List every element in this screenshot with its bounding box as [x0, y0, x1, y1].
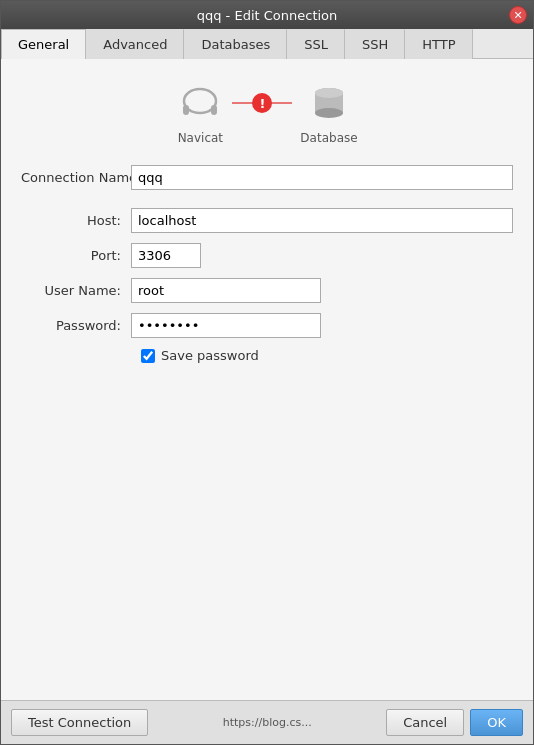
save-password-row: Save password [21, 348, 513, 363]
password-input[interactable] [131, 313, 321, 338]
connection-diagram: Navicat ! Database [1, 59, 533, 155]
content-spacer [1, 373, 533, 700]
database-diagram-item: Database [300, 79, 357, 145]
test-connection-button[interactable]: Test Connection [11, 709, 148, 736]
tab-general[interactable]: General [1, 29, 86, 59]
form-area: Connection Name: Host: Port: User Name: [1, 155, 533, 373]
tab-ssl[interactable]: SSL [287, 29, 345, 59]
navicat-label: Navicat [178, 131, 223, 145]
tab-databases[interactable]: Databases [184, 29, 287, 59]
port-input[interactable] [131, 243, 201, 268]
svg-rect-2 [211, 105, 217, 115]
password-label: Password: [21, 318, 131, 333]
svg-point-5 [315, 108, 343, 118]
navicat-icon [176, 79, 224, 127]
bottom-bar: Test Connection https://blog.cs... Cance… [1, 700, 533, 744]
tab-http[interactable]: HTTP [405, 29, 472, 59]
connector: ! [232, 102, 292, 104]
host-input[interactable] [131, 208, 513, 233]
window-title: qqq - Edit Connection [1, 8, 533, 23]
close-button[interactable]: ✕ [509, 6, 527, 24]
database-icon [305, 79, 353, 127]
database-label: Database [300, 131, 357, 145]
tabs-bar: General Advanced Databases SSL SSH HTTP [1, 29, 533, 59]
password-row: Password: [21, 313, 513, 338]
username-label: User Name: [21, 283, 131, 298]
port-label: Port: [21, 248, 131, 263]
main-window: qqq - Edit Connection ✕ General Advanced… [0, 0, 534, 745]
port-row: Port: [21, 243, 513, 268]
connection-name-row: Connection Name: [21, 165, 513, 190]
save-password-label[interactable]: Save password [161, 348, 259, 363]
tab-ssh[interactable]: SSH [345, 29, 405, 59]
ok-button[interactable]: OK [470, 709, 523, 736]
svg-point-6 [315, 88, 343, 98]
host-row: Host: [21, 208, 513, 233]
connection-name-input[interactable] [131, 165, 513, 190]
navicat-diagram-item: Navicat [176, 79, 224, 145]
svg-rect-1 [183, 105, 189, 115]
username-input[interactable] [131, 278, 321, 303]
connection-name-label: Connection Name: [21, 170, 131, 185]
host-label: Host: [21, 213, 131, 228]
tab-advanced[interactable]: Advanced [86, 29, 184, 59]
tab-content: Navicat ! Database [1, 59, 533, 700]
cancel-button[interactable]: Cancel [386, 709, 464, 736]
titlebar: qqq - Edit Connection ✕ [1, 1, 533, 29]
status-text: https://blog.cs... [154, 716, 380, 729]
connector-error-dot: ! [252, 93, 272, 113]
connector-line: ! [232, 102, 292, 104]
save-password-checkbox[interactable] [141, 349, 155, 363]
username-row: User Name: [21, 278, 513, 303]
